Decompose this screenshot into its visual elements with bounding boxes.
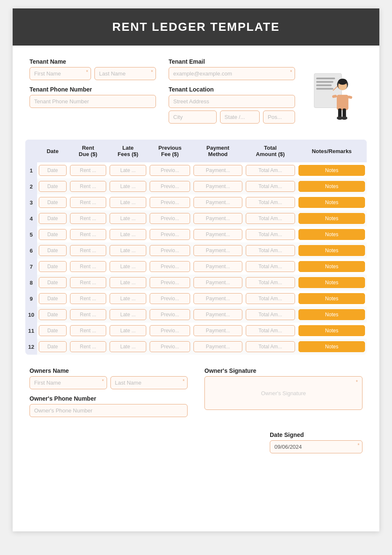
- total-cell-input[interactable]: Total Am...: [246, 293, 295, 304]
- late-cell-input[interactable]: Late ...: [110, 341, 146, 352]
- rent-cell-input[interactable]: Rent ...: [70, 325, 106, 336]
- owner-lastname-input[interactable]: Last Name: [110, 376, 188, 389]
- date-cell-input[interactable]: Date: [39, 325, 67, 336]
- total-cell-input[interactable]: Total Am...: [246, 181, 295, 192]
- rent-cell-input[interactable]: Rent ...: [70, 181, 106, 192]
- total-cell-input[interactable]: Total Am...: [246, 213, 295, 224]
- total-cell-input[interactable]: Total Am...: [246, 261, 295, 272]
- total-cell-input[interactable]: Total Am...: [246, 277, 295, 288]
- total-cell-input[interactable]: Total Am...: [246, 245, 295, 256]
- prev-cell-input[interactable]: Previo...: [150, 181, 190, 192]
- date-cell-input[interactable]: Date: [39, 213, 67, 224]
- prev-cell-input[interactable]: Previo...: [150, 325, 190, 336]
- late-cell-input[interactable]: Late ...: [110, 293, 146, 304]
- payment-cell-input[interactable]: Payment...: [193, 181, 242, 192]
- prev-cell-input[interactable]: Previo...: [150, 165, 190, 176]
- late-cell-input[interactable]: Late ...: [110, 277, 146, 288]
- rent-cell-input[interactable]: Rent ...: [70, 309, 106, 320]
- total-cell-input[interactable]: Total Am...: [246, 229, 295, 240]
- payment-cell-input[interactable]: Payment...: [193, 197, 242, 208]
- late-cell-input[interactable]: Late ...: [110, 165, 146, 176]
- payment-cell-input[interactable]: Payment...: [193, 165, 242, 176]
- notes-cell-input[interactable]: Notes: [298, 309, 365, 320]
- date-cell-input[interactable]: Date: [39, 277, 67, 288]
- owner-phone-input[interactable]: Owner's Phone Number: [30, 404, 188, 417]
- date-cell-input[interactable]: Date: [39, 245, 67, 256]
- late-cell-input[interactable]: Late ...: [110, 197, 146, 208]
- notes-cell-input[interactable]: Notes: [298, 165, 365, 176]
- date-cell-input[interactable]: Date: [39, 293, 67, 304]
- payment-cell-input[interactable]: Payment...: [193, 309, 242, 320]
- late-cell-input[interactable]: Late ...: [110, 245, 146, 256]
- owner-signature-box[interactable]: Owner's Signature *: [204, 376, 362, 410]
- late-cell-input[interactable]: Late ...: [110, 181, 146, 192]
- rent-cell-input[interactable]: Rent ...: [70, 165, 106, 176]
- prev-cell-input[interactable]: Previo...: [150, 261, 190, 272]
- notes-cell-input[interactable]: Notes: [298, 181, 365, 192]
- late-cell-input[interactable]: Late ...: [110, 213, 146, 224]
- payment-cell-input[interactable]: Payment...: [193, 229, 242, 240]
- prev-cell-input[interactable]: Previo...: [150, 309, 190, 320]
- cell-prev: Previo...: [148, 242, 192, 259]
- prev-cell-input[interactable]: Previo...: [150, 229, 190, 240]
- notes-cell-input[interactable]: Notes: [298, 261, 365, 272]
- date-cell-input[interactable]: Date: [39, 181, 67, 192]
- tenant-email-group: Tenant Email example@example.com *: [169, 58, 295, 80]
- payment-cell-input[interactable]: Payment...: [193, 277, 242, 288]
- rent-cell-input[interactable]: Rent ...: [70, 245, 106, 256]
- rent-cell-input[interactable]: Rent ...: [70, 277, 106, 288]
- tenant-street-input[interactable]: Street Address: [169, 95, 295, 108]
- tenant-city-input[interactable]: City: [169, 110, 217, 124]
- prev-cell-input[interactable]: Previo...: [150, 341, 190, 352]
- payment-cell-input[interactable]: Payment...: [193, 245, 242, 256]
- notes-cell-input[interactable]: Notes: [298, 277, 365, 288]
- prev-cell-input[interactable]: Previo...: [150, 197, 190, 208]
- payment-cell-input[interactable]: Payment...: [193, 261, 242, 272]
- date-cell-input[interactable]: Date: [39, 261, 67, 272]
- prev-cell-input[interactable]: Previo...: [150, 277, 190, 288]
- rent-cell-input[interactable]: Rent ...: [70, 261, 106, 272]
- date-cell-input[interactable]: Date: [39, 341, 67, 352]
- total-cell-input[interactable]: Total Am...: [246, 197, 295, 208]
- total-cell-input[interactable]: Total Am...: [246, 341, 295, 352]
- rent-cell-input[interactable]: Rent ...: [70, 229, 106, 240]
- late-cell-input[interactable]: Late ...: [110, 261, 146, 272]
- payment-cell-input[interactable]: Payment...: [193, 213, 242, 224]
- total-cell-input[interactable]: Total Am...: [246, 309, 295, 320]
- date-cell-input[interactable]: Date: [39, 229, 67, 240]
- date-signed-input[interactable]: 09/06/2024: [270, 440, 362, 453]
- total-cell-input[interactable]: Total Am...: [246, 325, 295, 336]
- prev-cell-input[interactable]: Previo...: [150, 293, 190, 304]
- tenant-lastname-input[interactable]: Last Name: [94, 67, 156, 80]
- rent-cell-input[interactable]: Rent ...: [70, 293, 106, 304]
- notes-cell-input[interactable]: Notes: [298, 245, 365, 256]
- notes-cell-input[interactable]: Notes: [298, 197, 365, 208]
- prev-cell-input[interactable]: Previo...: [150, 245, 190, 256]
- date-cell-input[interactable]: Date: [39, 165, 67, 176]
- tenant-firstname-input[interactable]: First Name: [30, 67, 91, 80]
- late-cell-input[interactable]: Late ...: [110, 325, 146, 336]
- rent-cell-input[interactable]: Rent ...: [70, 213, 106, 224]
- tenant-zip-input[interactable]: Pos...: [263, 110, 295, 124]
- late-cell-input[interactable]: Late ...: [110, 309, 146, 320]
- date-cell-input[interactable]: Date: [39, 309, 67, 320]
- payment-cell-input[interactable]: Payment...: [193, 325, 242, 336]
- payment-cell-input[interactable]: Payment...: [193, 293, 242, 304]
- tenant-email-input[interactable]: example@example.com: [169, 67, 295, 80]
- notes-cell-input[interactable]: Notes: [298, 213, 365, 224]
- rent-cell-input[interactable]: Rent ...: [70, 197, 106, 208]
- notes-cell-input[interactable]: Notes: [298, 229, 365, 240]
- payment-cell-input[interactable]: Payment...: [193, 341, 242, 352]
- notes-cell-input[interactable]: Notes: [298, 293, 365, 304]
- cell-date: Date: [37, 178, 68, 194]
- date-cell-input[interactable]: Date: [39, 197, 67, 208]
- tenant-phone-input[interactable]: Tenant Phone Number: [30, 95, 156, 108]
- notes-cell-input[interactable]: Notes: [298, 325, 365, 336]
- total-cell-input[interactable]: Total Am...: [246, 165, 295, 176]
- notes-cell-input[interactable]: Notes: [298, 341, 365, 352]
- owner-firstname-input[interactable]: First Name: [30, 376, 107, 389]
- late-cell-input[interactable]: Late ...: [110, 229, 146, 240]
- tenant-state-input[interactable]: State /...: [220, 110, 260, 124]
- prev-cell-input[interactable]: Previo...: [150, 213, 190, 224]
- rent-cell-input[interactable]: Rent ...: [70, 341, 106, 352]
